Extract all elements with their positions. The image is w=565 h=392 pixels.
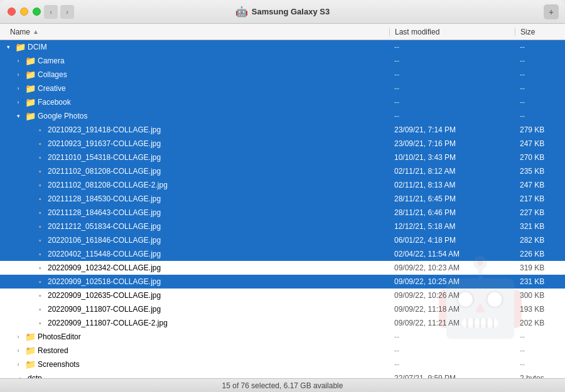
file-icon: ▪: [35, 277, 45, 287]
new-folder-button[interactable]: +: [544, 4, 559, 19]
file-icon: ▪: [35, 139, 45, 149]
list-item[interactable]: 📁 PhotosEditor -- --: [0, 330, 565, 344]
row-label: Collages: [38, 70, 67, 79]
file-icon: ▪: [35, 125, 45, 135]
nav-buttons: ‹ ›: [44, 5, 74, 19]
row-label: 20211128_184643-COLLAGE.jpg: [48, 208, 161, 217]
row-name: 📁 Creative: [0, 83, 389, 93]
list-item[interactable]: ▪ 20210923_191637-COLLAGE.jpg 23/09/21, …: [0, 137, 565, 151]
list-item[interactable]: 📁 DCIM -- --: [0, 40, 565, 54]
row-modified: 28/11/21, 6:45 PM: [389, 194, 515, 203]
back-button[interactable]: ‹: [44, 5, 58, 19]
row-size: --: [515, 360, 565, 369]
list-item[interactable]: 📁 Google Photos -- --: [0, 109, 565, 123]
row-modified: 12/12/21, 5:18 AM: [389, 222, 515, 231]
list-item[interactable]: ▪ 20220909_111807-COLLAGE.jpg 09/09/22, …: [0, 302, 565, 316]
file-icon: ▪: [35, 304, 45, 314]
row-label: Creative: [38, 84, 66, 93]
row-modified: --: [389, 70, 515, 79]
row-modified: 09/09/22, 11:21 AM: [389, 319, 515, 327]
list-item[interactable]: ▪ dctp 22/07/21, 9:59 PM 2 bytes: [0, 371, 565, 378]
row-name: ▪ 20211128_184530-COLLAGE.jpg: [0, 194, 389, 204]
row-name: ▪ 20211128_184643-COLLAGE.jpg: [0, 208, 389, 218]
expand-arrow[interactable]: [14, 112, 23, 120]
row-size: --: [515, 56, 565, 65]
file-icon: ▪: [35, 152, 45, 162]
expand-arrow[interactable]: [14, 332, 23, 341]
expand-spacer: [24, 263, 33, 272]
list-item[interactable]: ▪ 20211128_184643-COLLAGE.jpg 28/11/21, …: [0, 206, 565, 220]
list-item[interactable]: ▪ 20211212_051834-COLLAGE.jpg 12/12/21, …: [0, 220, 565, 233]
list-item[interactable]: ▪ 20211102_081208-COLLAGE.jpg 02/11/21, …: [0, 164, 565, 178]
minimize-button[interactable]: [20, 8, 28, 16]
traffic-lights: [8, 8, 41, 16]
row-modified: 28/11/21, 6:46 PM: [389, 208, 515, 217]
expand-arrow[interactable]: [14, 84, 23, 93]
row-modified: --: [389, 346, 515, 355]
row-name: ▪ 20211212_051834-COLLAGE.jpg: [0, 221, 389, 231]
row-label: 20210923_191637-COLLAGE.jpg: [48, 139, 161, 148]
expand-arrow[interactable]: [14, 56, 23, 65]
list-item[interactable]: ▪ 20211010_154318-COLLAGE.jpg 10/10/21, …: [0, 151, 565, 164]
expand-arrow[interactable]: [14, 98, 23, 107]
file-icon: ▪: [35, 221, 45, 231]
expand-spacer: [24, 236, 33, 245]
row-size: 2 bytes: [515, 374, 565, 378]
col-name-header[interactable]: Name ▲: [0, 28, 389, 36]
row-name: ▪ 20220909_102342-COLLAGE.jpg: [0, 263, 389, 273]
expand-arrow[interactable]: [14, 346, 23, 355]
file-icon: ▪: [35, 180, 45, 190]
row-size: --: [515, 346, 565, 355]
file-icon: ▪: [15, 373, 25, 378]
col-size-header[interactable]: Size: [515, 28, 565, 36]
file-list[interactable]: 📁 DCIM -- -- 📁 Camera -- -- 📁 Collages -…: [0, 40, 565, 378]
list-item[interactable]: ▪ 20210923_191418-COLLAGE.jpg 23/09/21, …: [0, 123, 565, 137]
list-item[interactable]: 📁 Creative -- --: [0, 82, 565, 95]
expand-spacer: [24, 153, 33, 162]
file-icon: ▪: [35, 290, 45, 300]
expand-spacer: [24, 194, 33, 203]
list-item[interactable]: ▪ 20211128_184530-COLLAGE.jpg 28/11/21, …: [0, 192, 565, 206]
maximize-button[interactable]: [33, 8, 41, 16]
forward-button[interactable]: ›: [60, 5, 74, 19]
expand-spacer: [4, 374, 13, 378]
row-label: dctp: [28, 374, 42, 378]
window-title: 🤖 Samsung Galaxy S3: [235, 6, 330, 18]
row-size: --: [515, 84, 565, 93]
expand-arrow[interactable]: [14, 360, 23, 369]
list-item[interactable]: ▪ 20220909_102635-COLLAGE.jpg 09/09/22, …: [0, 289, 565, 302]
list-item[interactable]: ▪ 20220909_102342-COLLAGE.jpg 09/09/22, …: [0, 261, 565, 275]
list-item[interactable]: ▪ 20220106_161846-COLLAGE.jpg 06/01/22, …: [0, 233, 565, 247]
list-item[interactable]: 📁 Collages -- --: [0, 68, 565, 82]
list-item[interactable]: ▪ 20220909_102518-COLLAGE.jpg 09/09/22, …: [0, 275, 565, 289]
list-item[interactable]: 📁 Facebook -- --: [0, 95, 565, 109]
row-modified: --: [389, 43, 515, 51]
row-label: 20210923_191418-COLLAGE.jpg: [48, 125, 161, 134]
status-text: 15 of 76 selected, 6.17 GB available: [222, 381, 343, 390]
row-label: 20220909_102635-COLLAGE.jpg: [48, 291, 161, 300]
row-name: ▪ 20220909_102518-COLLAGE.jpg: [0, 277, 389, 287]
file-icon: ▪: [35, 235, 45, 245]
col-modified-header[interactable]: Last modified: [389, 28, 515, 36]
row-name: 📁 Camera: [0, 56, 389, 66]
row-modified: 02/11/21, 8:12 AM: [389, 167, 515, 176]
row-size: 217 KB: [515, 194, 565, 203]
list-item[interactable]: ▪ 20220909_111807-COLLAGE-2.jpg 09/09/22…: [0, 316, 565, 330]
row-size: 282 KB: [515, 236, 565, 245]
row-size: 247 KB: [515, 181, 565, 189]
list-item[interactable]: ▪ 20220402_115448-COLLAGE.jpg 02/04/22, …: [0, 247, 565, 261]
row-label: 20211212_051834-COLLAGE.jpg: [48, 222, 161, 231]
row-name: 📁 Google Photos: [0, 111, 389, 121]
expand-arrow[interactable]: [4, 43, 13, 51]
expand-spacer: [24, 208, 33, 217]
row-label: Google Photos: [38, 112, 87, 120]
expand-arrow[interactable]: [14, 70, 23, 79]
list-item[interactable]: ▪ 20211102_081208-COLLAGE-2.jpg 02/11/21…: [0, 178, 565, 192]
list-item[interactable]: 📁 Restored -- --: [0, 344, 565, 358]
list-item[interactable]: 📁 Camera -- --: [0, 54, 565, 68]
file-icon: ▪: [35, 263, 45, 273]
close-button[interactable]: [8, 8, 16, 16]
row-modified: --: [389, 84, 515, 93]
list-item[interactable]: 📁 Screenshots -- --: [0, 358, 565, 371]
row-size: 226 KB: [515, 250, 565, 258]
